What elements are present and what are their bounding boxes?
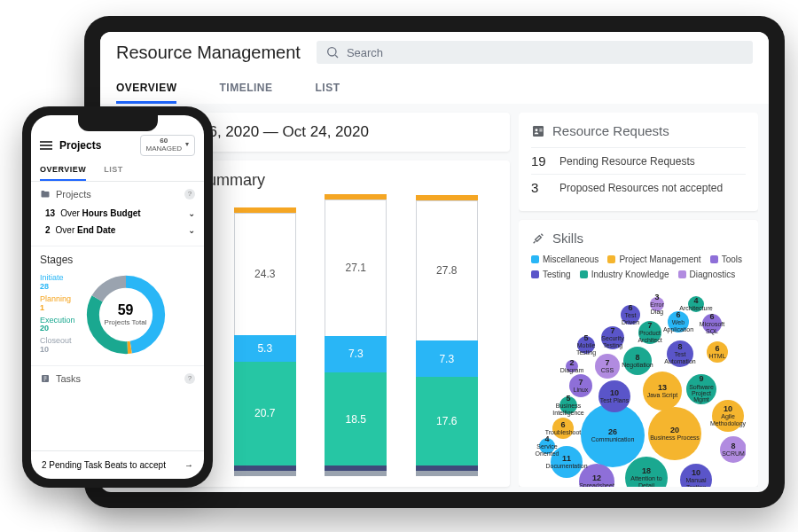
skill-bubble[interactable]: 9Software Project Mgmt (686, 374, 716, 404)
skill-bubble[interactable]: 6HTML (707, 341, 728, 363)
search-icon (325, 45, 340, 59)
skills-legend: MiscellaneousProject ManagementToolsTest… (531, 254, 746, 279)
managed-label: MANAGED (146, 145, 182, 153)
skills-title: Skills (552, 231, 583, 246)
skills-bubble-chart: 26Communication20Business Process18Atten… (531, 285, 746, 487)
projects-section-title: Projects (56, 189, 91, 200)
skill-bubble[interactable]: 8Test Automation (667, 340, 693, 367)
phone-notch (78, 115, 158, 131)
chevron-down-icon: ⌄ (188, 225, 195, 235)
donut-total: 59 (118, 302, 134, 318)
skill-bubble[interactable]: 7Security Testing (601, 326, 624, 349)
bar-column: 27.87.317.6 (416, 195, 478, 476)
svg-point-3 (536, 129, 538, 131)
resource-requests-card: Resource Requests 19Pending Resource Req… (519, 113, 758, 211)
phone-tab-overview[interactable]: OVERVIEW (40, 160, 86, 181)
skill-bubble[interactable]: 6Web Application (668, 311, 689, 332)
page-title: Resource Management (116, 43, 301, 63)
skill-bubble[interactable]: 26Communication (581, 403, 645, 467)
tools-icon (531, 231, 545, 246)
phone-tabs: OVERVIEW LIST (31, 160, 204, 182)
hamburger-icon[interactable] (40, 141, 52, 150)
skill-bubble[interactable]: 8SCRUM (720, 436, 746, 463)
skill-bubble[interactable]: 10Test Plans (598, 380, 630, 412)
legend-item: Industry Knowledge (580, 270, 669, 279)
skill-bubble[interactable]: 8Negotiation (623, 347, 652, 375)
svg-rect-4 (539, 129, 542, 129)
skill-bubble[interactable]: 3Error Diag (650, 297, 664, 311)
task-row[interactable]: 2 Pending Task Beats to accept → (31, 450, 204, 479)
phone-screen: Projects 60 MANAGED ▾ OVERVIEW LIST Proj… (31, 115, 204, 479)
tasks-icon (40, 373, 51, 384)
phone-tab-list[interactable]: LIST (104, 160, 123, 181)
stage-legend-item: Execution20 (40, 317, 75, 334)
skill-bubble[interactable]: 6Troubleshoot (552, 418, 574, 439)
tablet-header: Resource Management Search OVERVIEW TIME… (100, 32, 769, 104)
chevron-down-icon: ⌄ (188, 208, 195, 218)
skill-bubble[interactable]: 10Agile Methodology (712, 400, 744, 432)
managed-chip[interactable]: 60 MANAGED ▾ (140, 135, 195, 156)
skill-bubble[interactable]: 4Architecture (688, 296, 704, 312)
request-row[interactable]: 19Pending Resource Requests (531, 147, 746, 174)
phone-frame: Projects 60 MANAGED ▾ OVERVIEW LIST Proj… (22, 106, 213, 488)
bar-segment: 20.7 (234, 362, 296, 466)
skill-bubble[interactable]: 13Java Script (643, 372, 682, 411)
skill-bubble[interactable]: 18Attention to Detail (625, 457, 668, 487)
stages-donut-chart: 59 Projects Total (82, 271, 169, 358)
bar-segment: 24.3 (234, 213, 296, 335)
project-row[interactable]: 13Over Hours Budget⌄ (40, 205, 195, 222)
donut-label: Projects Total (105, 318, 147, 326)
svg-rect-5 (539, 130, 542, 131)
bar-segment: 18.5 (325, 372, 387, 466)
tab-timeline[interactable]: TIMELINE (219, 74, 272, 104)
skill-bubble[interactable]: 20Business Process (648, 407, 701, 460)
stage-legend-item: Closeout10 (40, 337, 75, 355)
svg-line-1 (335, 55, 338, 58)
legend-item: Tools (710, 254, 742, 264)
search-input[interactable]: Search (317, 41, 753, 64)
task-count: 2 (42, 460, 47, 470)
stages-title: Stages (40, 254, 195, 266)
help-icon[interactable]: ? (184, 373, 195, 384)
request-row[interactable]: 3Proposed Resources not accepted (531, 174, 746, 200)
bar-segment: 7.3 (416, 340, 478, 377)
legend-item: Project Management (607, 254, 700, 264)
stage-legend: Initiate28Planning1Execution20Closeout10 (40, 274, 75, 355)
tab-list[interactable]: LIST (315, 74, 340, 104)
requests-icon (531, 124, 545, 138)
skill-bubble[interactable]: 7Product Architect (638, 321, 661, 344)
requests-title: Resource Requests (552, 123, 669, 138)
tablet-tabs: OVERVIEW TIMELINE LIST (116, 74, 753, 104)
skill-bubble[interactable]: 7Linux (569, 374, 592, 397)
bar-segment: 27.8 (416, 200, 478, 340)
skill-bubble[interactable]: 4Service Oriented (539, 438, 555, 454)
skill-bubble[interactable]: 7CSS (595, 354, 620, 379)
arrow-right-icon: → (184, 460, 193, 470)
search-placeholder: Search (347, 46, 383, 59)
legend-item: Miscellaneous (531, 254, 598, 264)
help-icon[interactable]: ? (184, 189, 195, 200)
tasks-section-title: Tasks (56, 373, 81, 384)
skill-bubble[interactable]: 5Mobile Testing (577, 336, 595, 354)
bar-column: 27.17.318.5 (325, 194, 387, 476)
phone-title: Projects (59, 139, 101, 152)
task-label: Pending Task Beats to accept (49, 460, 166, 470)
skill-bubble[interactable]: 6Microsoft SQL (702, 314, 722, 333)
skill-bubble[interactable]: 5Business Intelligence (559, 396, 577, 414)
bar-column: 24.35.320.7 (234, 207, 296, 476)
stage-legend-item: Initiate28 (40, 274, 75, 292)
skill-bubble[interactable]: 10Manual Testing (680, 464, 712, 487)
svg-point-0 (328, 48, 336, 56)
project-row[interactable]: 2Over End Date⌄ (40, 222, 195, 239)
tab-overview[interactable]: OVERVIEW (116, 74, 176, 104)
skill-bubble[interactable]: 2Diagram (566, 360, 578, 372)
bar-segment: 27.1 (325, 200, 387, 336)
bar-segment: 17.6 (416, 377, 478, 466)
legend-item: Diagnostics (678, 270, 736, 279)
skills-card: Skills MiscellaneousProject ManagementTo… (519, 220, 758, 487)
legend-item: Testing (531, 270, 571, 279)
bar-segment: 5.3 (234, 335, 296, 362)
skill-bubble[interactable]: 6Test Driven (621, 305, 640, 325)
bar-segment: 7.3 (325, 336, 387, 372)
folder-icon (40, 189, 51, 200)
